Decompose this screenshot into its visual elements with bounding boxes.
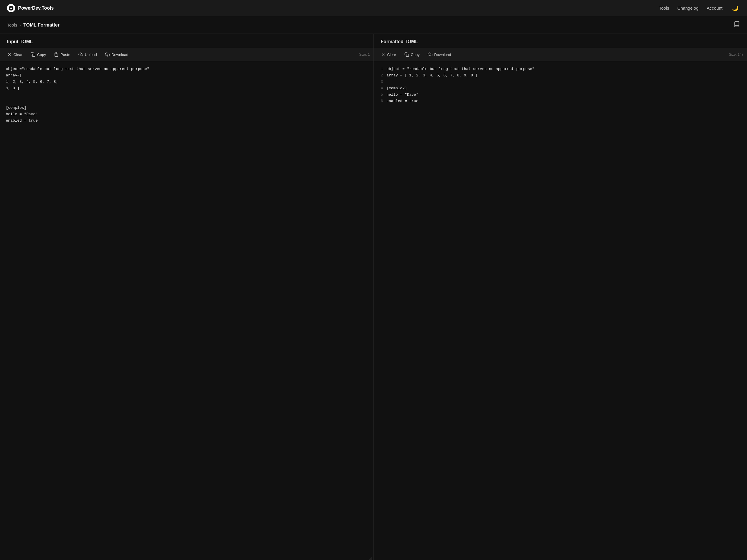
output-copy-button[interactable]: Copy <box>401 50 423 59</box>
output-code: object = "readable but long text that se… <box>385 61 747 560</box>
theme-toggle-button[interactable]: 🌙 <box>731 3 740 13</box>
output-size: Size: 147 <box>729 53 744 57</box>
brand: PowerDev.Tools <box>7 4 54 12</box>
breadcrumb-separator: › <box>20 23 21 27</box>
output-clear-button[interactable]: Clear <box>377 50 400 59</box>
navbar-links: Tools Changelog Account 🌙 <box>659 3 740 13</box>
output-panel-title: Formatted TOML <box>374 34 747 48</box>
copy-icon-output <box>405 52 409 57</box>
input-textarea[interactable]: object="readable but long text that serv… <box>0 61 374 560</box>
breadcrumb-current: TOML Formatter <box>23 23 59 28</box>
line-number: 1 <box>379 66 383 72</box>
x-icon <box>7 52 12 57</box>
upload-icon <box>78 52 83 57</box>
svg-rect-3 <box>32 54 35 57</box>
input-upload-button[interactable]: Upload <box>75 50 100 59</box>
input-size: Size: 1 <box>359 53 370 57</box>
book-icon[interactable] <box>733 21 740 29</box>
input-paste-button[interactable]: Paste <box>50 50 74 59</box>
line-number: 6 <box>379 98 383 104</box>
input-panel-title: Input TOML <box>0 34 374 48</box>
output-panel: Formatted TOML Clear Copy Download <box>374 34 747 560</box>
input-download-button[interactable]: Download <box>102 50 132 59</box>
copy-icon <box>31 52 35 57</box>
line-number: 5 <box>379 91 383 98</box>
breadcrumb: Tools › TOML Formatter <box>7 23 59 28</box>
breadcrumb-bar: Tools › TOML Formatter <box>0 16 747 34</box>
download-icon <box>105 52 110 57</box>
main-content: Input TOML Clear Copy Paste <box>0 34 747 560</box>
input-copy-button[interactable]: Copy <box>27 50 49 59</box>
resize-handle <box>369 556 372 560</box>
output-download-button[interactable]: Download <box>424 50 455 59</box>
input-toolbar: Clear Copy Paste Upload <box>0 48 374 61</box>
line-number: 3 <box>379 79 383 85</box>
nav-account[interactable]: Account <box>707 5 722 10</box>
input-area: object="readable but long text that serv… <box>0 61 374 560</box>
navbar: PowerDev.Tools Tools Changelog Account 🌙 <box>0 0 747 16</box>
line-numbers: 123456 <box>374 61 385 560</box>
nav-changelog[interactable]: Changelog <box>677 5 699 10</box>
logo-icon <box>7 4 15 12</box>
output-toolbar: Clear Copy Download Size: 147 <box>374 48 747 61</box>
input-clear-button[interactable]: Clear <box>3 50 26 59</box>
x-icon-output <box>381 52 385 57</box>
brand-name: PowerDev.Tools <box>18 5 54 11</box>
input-panel: Input TOML Clear Copy Paste <box>0 34 374 560</box>
svg-rect-9 <box>406 54 409 57</box>
svg-rect-4 <box>56 53 57 53</box>
breadcrumb-parent[interactable]: Tools <box>7 23 17 27</box>
line-number: 4 <box>379 85 383 91</box>
nav-tools[interactable]: Tools <box>659 5 669 10</box>
paste-icon <box>54 52 59 57</box>
download-icon-output <box>428 52 433 57</box>
output-area: 123456 object = "readable but long text … <box>374 61 747 560</box>
line-number: 2 <box>379 72 383 79</box>
